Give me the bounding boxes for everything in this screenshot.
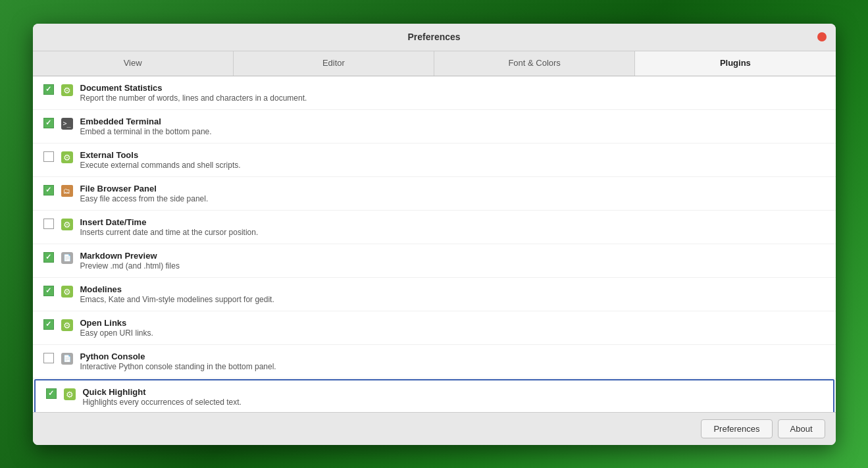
list-item: External Tools Execute external commands… <box>33 143 836 177</box>
gear-icon <box>61 151 74 164</box>
about-button[interactable]: About <box>778 419 825 438</box>
plugin-desc: Highlights every occurrences of selected… <box>83 398 823 407</box>
gear-icon <box>61 285 74 298</box>
plugin-checkbox-file-browser[interactable] <box>43 185 54 195</box>
gear-icon <box>61 84 74 97</box>
plugin-info: Insert Date/Time Inserts current date an… <box>80 217 825 237</box>
plugin-name: Quick Highlight <box>83 387 823 397</box>
plugin-desc: Report the number of words, lines and ch… <box>80 93 825 103</box>
tab-font-colors[interactable]: Font & Colors <box>434 51 635 76</box>
plugin-name: Embedded Terminal <box>80 117 825 126</box>
plugin-info: External Tools Execute external commands… <box>80 150 825 170</box>
plugin-desc: Easy file access from the side panel. <box>80 194 825 203</box>
doc-icon: 📄 <box>61 352 74 365</box>
plugin-name: Open Links <box>80 318 825 328</box>
plugin-info: Python Console Interactive Python consol… <box>80 351 825 371</box>
list-item: Modelines Emacs, Kate and Vim-style mode… <box>33 278 836 311</box>
tab-plugins[interactable]: Plugins <box>635 51 835 76</box>
list-item: Open Links Easy open URI links. <box>33 311 836 345</box>
plugin-name: External Tools <box>80 150 825 160</box>
tab-bar: View Editor Font & Colors Plugins <box>33 51 836 76</box>
plugin-checkbox-quick-highlight[interactable] <box>46 388 57 399</box>
plugin-info: Modelines Emacs, Kate and Vim-style mode… <box>80 284 825 304</box>
plugin-info: Markdown Preview Preview .md (and .html)… <box>80 251 825 271</box>
gear-icon <box>63 388 76 401</box>
footer: Preferences About <box>33 412 836 445</box>
close-button[interactable] <box>817 32 827 41</box>
plugin-info: Embedded Terminal Embed a terminal in th… <box>80 117 825 136</box>
list-item: 🗂 File Browser Panel Easy file access fr… <box>33 177 836 211</box>
plugin-desc: Embed a terminal in the bottom pane. <box>80 127 825 136</box>
plugin-list: Document Statistics Report the number of… <box>33 76 836 412</box>
plugin-checkbox-python-console[interactable] <box>43 353 54 363</box>
plugin-desc: Emacs, Kate and Vim-style modelines supp… <box>80 295 825 304</box>
plugin-info: Open Links Easy open URI links. <box>80 318 825 338</box>
plugin-checkbox-insert-datetime[interactable] <box>43 219 54 229</box>
doc-icon: 📄 <box>61 251 74 265</box>
tab-editor[interactable]: Editor <box>234 51 434 76</box>
plugin-info: Document Statistics Report the number of… <box>80 83 825 103</box>
tab-view[interactable]: View <box>33 51 234 76</box>
plugin-desc: Execute external commands and shell scri… <box>80 161 825 170</box>
list-item: 📄 Python Console Interactive Python cons… <box>33 345 836 378</box>
gear-icon <box>61 218 74 231</box>
list-item-quick-highlight: Quick Highlight Highlights every occurre… <box>34 379 834 412</box>
gear-icon <box>61 319 74 332</box>
plugin-info: Quick Highlight Highlights every occurre… <box>83 387 823 407</box>
preferences-button[interactable]: Preferences <box>701 419 772 438</box>
plugin-name: Markdown Preview <box>80 251 825 261</box>
plugin-name: Document Statistics <box>80 83 825 93</box>
plugin-name: Python Console <box>80 351 825 361</box>
list-item: 📄 Markdown Preview Preview .md (and .htm… <box>33 244 836 278</box>
list-item: Insert Date/Time Inserts current date an… <box>33 211 836 244</box>
plugin-checkbox-document-statistics[interactable] <box>43 84 54 95</box>
plugin-checkbox-markdown-preview[interactable] <box>43 252 54 263</box>
list-item: Document Statistics Report the number of… <box>33 76 836 110</box>
plugin-desc: Interactive Python console standing in t… <box>80 362 825 371</box>
plugins-content: Document Statistics Report the number of… <box>33 76 836 412</box>
terminal-icon: >_ <box>61 117 74 130</box>
list-item: >_ Embedded Terminal Embed a terminal in… <box>33 110 836 143</box>
plugin-info: File Browser Panel Easy file access from… <box>80 184 825 203</box>
plugin-checkbox-external-tools[interactable] <box>43 151 54 162</box>
plugin-name: Modelines <box>80 284 825 294</box>
plugin-desc: Preview .md (and .html) files <box>80 261 825 271</box>
plugin-checkbox-embedded-terminal[interactable] <box>43 118 54 128</box>
preferences-window: Preferences View Editor Font & Colors Pl… <box>33 24 836 445</box>
plugin-checkbox-open-links[interactable] <box>43 319 54 330</box>
plugin-name: Insert Date/Time <box>80 217 825 227</box>
plugin-name: File Browser Panel <box>80 184 825 194</box>
folder-icon: 🗂 <box>61 184 74 197</box>
plugin-desc: Easy open URI links. <box>80 328 825 338</box>
window-title: Preferences <box>407 32 460 42</box>
plugin-checkbox-modelines[interactable] <box>43 286 54 296</box>
plugin-desc: Inserts current date and time at the cur… <box>80 228 825 237</box>
titlebar: Preferences <box>33 24 836 51</box>
